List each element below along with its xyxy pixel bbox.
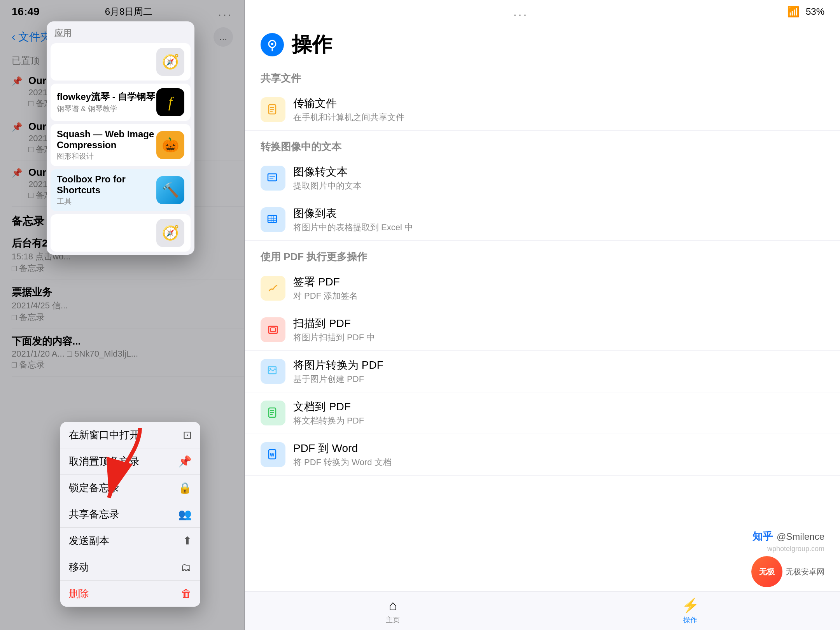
context-menu-item-move[interactable]: 移动 🗂 [60, 554, 200, 581]
ctx-label-open: 在新窗口中打开 [69, 428, 140, 442]
scan-to-pdf-icon [261, 317, 285, 342]
app-item-flowkey[interactable]: flowkey流琴 - 自学钢琴 钢琴谱 & 钢琴教学 f [51, 84, 191, 121]
tab-operations[interactable]: ⚡ 操作 [682, 597, 699, 625]
app-icon-squash: 🎃 [156, 131, 184, 159]
action-desc: 提取图片中的文本 [293, 180, 362, 192]
app-item-toolbox[interactable]: Toolbox Pro for Shortcuts 工具 🔨 [51, 169, 191, 211]
action-doc-to-pdf[interactable]: 文档到 PDF 将文档转换为 PDF [245, 392, 840, 434]
action-pdf-to-word[interactable]: W PDF 到 Word 将 PDF 转换为 Word 文档 [245, 434, 840, 476]
app-subtitle-toolbox: 工具 [57, 196, 156, 206]
ctx-label-lock: 锁定备忘录 [69, 481, 119, 495]
zhihu-logo: 知乎 [752, 530, 773, 543]
image-to-text-icon [261, 166, 285, 191]
tab-operations-label: 操作 [683, 615, 697, 625]
context-menu-item-share[interactable]: 共享备忘录 👥 [60, 501, 200, 528]
doc-to-pdf-icon [261, 401, 285, 425]
ctx-icon-open: ⊡ [183, 429, 192, 441]
svg-point-2 [271, 43, 273, 45]
ctx-icon-send: ⬆ [183, 534, 192, 547]
action-desc: 在手机和计算机之间共享文件 [293, 112, 404, 123]
action-name: 文档到 PDF [293, 399, 364, 414]
wuji-text: 无极安卓网 [786, 567, 824, 577]
pdf-to-word-icon: W [261, 442, 285, 467]
app-icon-compass-2: 🧭 [156, 219, 184, 247]
ctx-icon-lock: 🔒 [178, 481, 192, 494]
context-menu: 在新窗口中打开 ⊡ 取消置顶备忘录 📌 锁定备忘录 🔒 共享备忘录 👥 发送副本… [60, 422, 200, 607]
action-name: 扫描到 PDF [293, 316, 375, 331]
ctx-label-share: 共享备忘录 [69, 508, 119, 521]
ctx-label-unpin: 取消置顶备忘录 [69, 455, 140, 468]
app-name-toolbox: Toolbox Pro for Shortcuts [57, 174, 156, 196]
bottom-tab-bar: ⌂ 主页 ⚡ 操作 [245, 591, 840, 630]
ctx-label-move: 移动 [69, 560, 89, 574]
action-desc: 将图片扫描到 PDF 中 [293, 332, 375, 343]
action-scan-to-pdf[interactable]: 扫描到 PDF 将图片扫描到 PDF 中 [245, 309, 840, 351]
image-to-table-icon [261, 207, 285, 232]
app-icon-toolbox: 🔨 [156, 176, 184, 204]
ctx-icon-unpin: 📌 [178, 455, 192, 468]
action-sign-pdf[interactable]: 签署 PDF 对 PDF 添加签名 [245, 268, 840, 309]
svg-rect-17 [271, 328, 275, 332]
app-item-empty-2[interactable]: 🧭 [51, 214, 191, 252]
section-shared-files: 共享文件 [245, 62, 840, 89]
transfer-files-icon [261, 97, 285, 122]
app-name-squash: Squash — Web Image Compression [57, 129, 156, 150]
wifi-icon: 📶 [787, 6, 800, 18]
action-transfer-files[interactable]: 传输文件 在手机和计算机之间共享文件 [245, 89, 840, 131]
context-menu-item-delete[interactable]: 删除 🗑 [60, 581, 200, 607]
action-name: 图像到表 [293, 206, 413, 221]
context-menu-item-send[interactable]: 发送副本 ⬆ [60, 528, 200, 554]
sign-pdf-icon [261, 276, 285, 301]
action-name: PDF 到 Word [293, 441, 392, 456]
image-to-pdf-icon [261, 359, 285, 384]
app-item-squash[interactable]: Squash — Web Image Compression 图形和设计 🎃 [51, 124, 191, 166]
app-picker-popup: 应用 🧭 flowkey流琴 - 自学钢琴 钢琴谱 & 钢琴教学 f Squas… [47, 21, 194, 255]
watermark: 知乎 @Smilence wphotelgroup.com 无极 无极安卓网 [751, 530, 824, 587]
svg-rect-16 [269, 326, 277, 333]
action-desc: 将图片中的表格提取到 Excel 中 [293, 222, 413, 233]
app-icon-compass: 🧭 [156, 48, 184, 76]
status-dots-right: ... [513, 5, 528, 19]
ctx-label-send: 发送副本 [69, 534, 109, 548]
app-icon-flowkey: f [156, 88, 184, 116]
location-icon [266, 38, 279, 51]
svg-point-19 [270, 368, 271, 369]
ctx-icon-share: 👥 [178, 508, 192, 521]
wuji-logo: 无极 [751, 556, 782, 587]
section-pdf: 使用 PDF 执行更多操作 [245, 241, 840, 268]
watermark-handle: @Smilence [777, 531, 824, 542]
svg-rect-11 [268, 215, 276, 222]
action-image-to-table[interactable]: 图像到表 将图片中的表格提取到 Excel 中 [245, 199, 840, 241]
action-desc: 对 PDF 添加签名 [293, 290, 358, 302]
action-image-to-text[interactable]: 图像转文本 提取图片中的文本 [245, 158, 840, 199]
svg-text:W: W [270, 452, 275, 458]
app-subtitle-flowkey: 钢琴谱 & 钢琴教学 [57, 104, 155, 114]
tab-home-label: 主页 [386, 615, 400, 625]
battery-indicator: 53% [806, 6, 824, 17]
action-name: 将图片转换为 PDF [293, 358, 383, 373]
app-name-flowkey: flowkey流琴 - 自学钢琴 [57, 91, 155, 103]
context-menu-item-unpin[interactable]: 取消置顶备忘录 📌 [60, 448, 200, 475]
context-menu-item-lock[interactable]: 锁定备忘录 🔒 [60, 475, 200, 501]
operations-tab-icon: ⚡ [682, 597, 699, 614]
svg-rect-8 [268, 174, 276, 181]
action-image-to-pdf[interactable]: 将图片转换为 PDF 基于图片创建 PDF [245, 351, 840, 392]
page-title: 操作 [292, 31, 332, 58]
left-panel: 16:49 6月8日周二 ... ‹ 文件夹 ... 已置顶 📌 Our G..… [0, 0, 245, 630]
home-icon: ⌂ [388, 597, 397, 614]
app-subtitle-squash: 图形和设计 [57, 151, 156, 161]
app-picker-header: 应用 [47, 21, 194, 43]
status-bar-right: ... 📶 53% [245, 0, 840, 23]
action-name: 签署 PDF [293, 275, 358, 289]
app-item-empty-1[interactable]: 🧭 [51, 43, 191, 80]
tab-home[interactable]: ⌂ 主页 [386, 597, 400, 625]
action-desc: 基于图片创建 PDF [293, 373, 383, 385]
ctx-icon-move: 🗂 [181, 561, 192, 574]
action-name: 传输文件 [293, 96, 404, 111]
action-desc: 将文档转换为 PDF [293, 415, 364, 427]
ctx-icon-delete: 🗑 [181, 587, 192, 600]
action-name: 图像转文本 [293, 164, 362, 179]
context-menu-item-open[interactable]: 在新窗口中打开 ⊡ [60, 422, 200, 448]
watermark-site: wphotelgroup.com [767, 545, 824, 553]
operations-icon [261, 33, 284, 56]
